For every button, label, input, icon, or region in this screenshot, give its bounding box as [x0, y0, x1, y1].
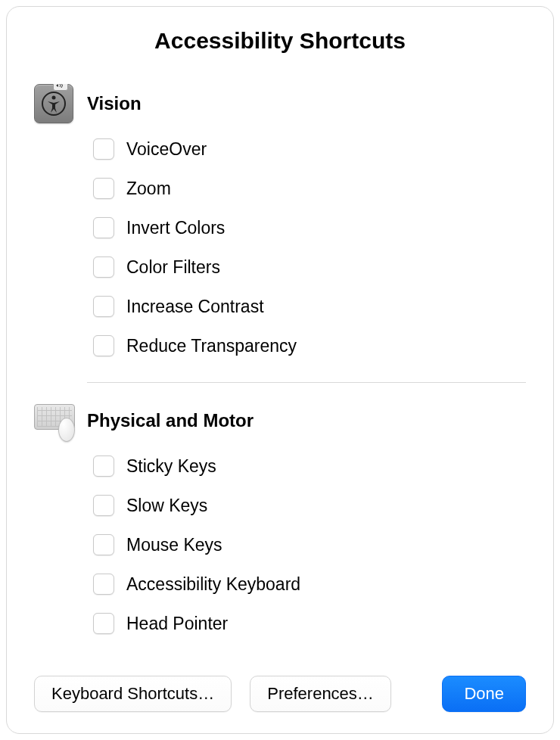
section-vision: Vision VoiceOver Zoom Invert Colors — [34, 84, 526, 375]
option-label: Invert Colors — [126, 218, 225, 238]
option-label: Slow Keys — [126, 496, 207, 516]
dialog-content: Vision VoiceOver Zoom Invert Colors — [34, 84, 526, 667]
done-button[interactable]: Done — [442, 676, 526, 712]
checkbox-mouse-keys[interactable] — [93, 534, 114, 555]
footer-spacer — [409, 676, 425, 712]
option-slow-keys: Slow Keys — [93, 495, 526, 516]
option-label: VoiceOver — [126, 139, 207, 160]
option-sticky-keys: Sticky Keys — [93, 456, 526, 477]
checkbox-reduce-transparency[interactable] — [93, 335, 114, 356]
option-accessibility-keyboard: Accessibility Keyboard — [93, 574, 526, 595]
checkbox-voiceover[interactable] — [93, 138, 114, 160]
checkbox-invert-colors[interactable] — [93, 217, 114, 238]
option-label: Reduce Transparency — [126, 336, 297, 356]
option-label: Accessibility Keyboard — [126, 574, 300, 595]
option-increase-contrast: Increase Contrast — [93, 296, 526, 317]
option-label: Head Pointer — [126, 614, 228, 634]
checkbox-accessibility-keyboard[interactable] — [93, 574, 114, 595]
option-label: Zoom — [126, 179, 171, 199]
section-physical-motor: Physical and Motor Sticky Keys Slow Keys… — [34, 401, 526, 652]
keyboard-mouse-icon — [34, 401, 73, 440]
option-label: Increase Contrast — [126, 297, 264, 317]
option-label: Color Filters — [126, 257, 220, 278]
option-label: Sticky Keys — [126, 456, 216, 477]
section-title-vision: Vision — [87, 84, 526, 123]
option-reduce-transparency: Reduce Transparency — [93, 335, 526, 356]
option-mouse-keys: Mouse Keys — [93, 534, 526, 555]
svg-point-1 — [52, 96, 56, 100]
dialog-title: Accessibility Shortcuts — [34, 28, 526, 54]
option-color-filters: Color Filters — [93, 257, 526, 278]
checkbox-increase-contrast[interactable] — [93, 296, 114, 317]
checkbox-sticky-keys[interactable] — [93, 456, 114, 477]
option-invert-colors: Invert Colors — [93, 217, 526, 238]
option-head-pointer: Head Pointer — [93, 613, 526, 634]
checkbox-slow-keys[interactable] — [93, 495, 114, 516]
option-label: Mouse Keys — [126, 535, 222, 555]
keyboard-shortcuts-button[interactable]: Keyboard Shortcuts… — [34, 676, 232, 712]
option-zoom: Zoom — [93, 178, 526, 199]
accessibility-vision-icon — [34, 84, 73, 123]
dialog-footer: Keyboard Shortcuts… Preferences… Done — [34, 667, 526, 712]
accessibility-shortcuts-dialog: Accessibility Shortcuts — [6, 6, 554, 734]
section-divider — [87, 382, 526, 383]
section-title-physical-motor: Physical and Motor — [87, 401, 526, 440]
checkbox-head-pointer[interactable] — [93, 613, 114, 634]
checkbox-zoom[interactable] — [93, 178, 114, 199]
preferences-button[interactable]: Preferences… — [250, 676, 391, 712]
checkbox-color-filters[interactable] — [93, 257, 114, 278]
option-voiceover: VoiceOver — [93, 138, 526, 160]
